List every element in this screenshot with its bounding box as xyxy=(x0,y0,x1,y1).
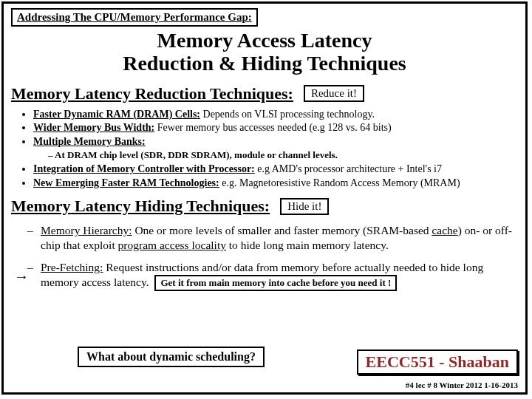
item-term: Memory Hierarchy: xyxy=(41,224,132,236)
question-box: What about dynamic scheduling? xyxy=(78,347,265,367)
item-term: Wider Memory Bus Width: xyxy=(33,122,154,133)
item-underline: cache xyxy=(432,224,457,236)
hide-badge: Hide it! xyxy=(280,198,329,215)
title-line-1: Memory Access Latency xyxy=(157,29,372,52)
slide-title: Memory Access Latency Reduction & Hiding… xyxy=(11,30,518,75)
item-term: Integration of Memory Controller with Pr… xyxy=(33,163,255,174)
hiding-list: Memory Hierarchy: One or more levels of … xyxy=(27,223,518,291)
section-2-row: Memory Latency Hiding Techniques: Hide i… xyxy=(11,194,518,219)
footer-text: #4 lec # 8 Winter 2012 1-16-2013 xyxy=(406,381,518,389)
list-item: Integration of Memory Controller with Pr… xyxy=(33,163,518,176)
section-1-row: Memory Latency Reduction Techniques: Red… xyxy=(11,81,518,106)
item-desc: Fewer memory bus accesses needed (e.g 12… xyxy=(154,122,391,133)
sublist-item: At DRAM chip level (SDR, DDR SDRAM), mod… xyxy=(48,149,518,161)
arrow-icon: → xyxy=(14,268,29,285)
item-text: One or more levels of smaller and faster… xyxy=(132,224,432,236)
context-banner: Addressing The CPU/Memory Performance Ga… xyxy=(11,8,258,27)
section-2-heading: Memory Latency Hiding Techniques: xyxy=(11,197,270,216)
reduce-badge: Reduce it! xyxy=(304,85,364,102)
section-1-heading: Memory Latency Reduction Techniques: xyxy=(11,84,293,103)
reduction-list: Faster Dynamic RAM (DRAM) Cells: Depends… xyxy=(33,108,518,149)
list-item: Memory Hierarchy: One or more levels of … xyxy=(27,223,518,253)
item-term: Multiple Memory Banks: xyxy=(33,136,146,147)
reduction-list-2: Integration of Memory Controller with Pr… xyxy=(33,163,518,189)
list-item: Multiple Memory Banks: xyxy=(33,135,518,149)
list-item: Faster Dynamic RAM (DRAM) Cells: Depends… xyxy=(33,108,518,121)
list-item: Wider Memory Bus Width: Fewer memory bus… xyxy=(33,121,518,134)
title-line-2: Reduction & Hiding Techniques xyxy=(123,52,406,75)
prefetch-callout: Get it from main memory into cache befor… xyxy=(154,275,397,292)
item-desc: e.g AMD's processor architecture + Intel… xyxy=(255,163,442,174)
item-term: Pre-Fetching: xyxy=(41,261,103,273)
reduction-sublist: At DRAM chip level (SDR, DDR SDRAM), mod… xyxy=(48,149,518,161)
item-term: New Emerging Faster RAM Technologies: xyxy=(33,177,219,188)
list-item: Pre-Fetching: Request instructions and/o… xyxy=(27,260,518,292)
item-desc: e.g. Magnetoresistive Random Access Memo… xyxy=(219,177,460,188)
course-badge: EECC551 - Shaaban xyxy=(357,349,518,375)
slide-frame: Addressing The CPU/Memory Performance Ga… xyxy=(1,1,528,395)
item-underline: program access locality xyxy=(118,239,226,251)
item-term: Faster Dynamic RAM (DRAM) Cells: xyxy=(33,109,200,120)
item-text: to hide long main memory latency. xyxy=(226,239,389,251)
list-item: New Emerging Faster RAM Technologies: e.… xyxy=(33,177,518,190)
item-desc: Depends on VLSI processing technology. xyxy=(200,109,375,120)
